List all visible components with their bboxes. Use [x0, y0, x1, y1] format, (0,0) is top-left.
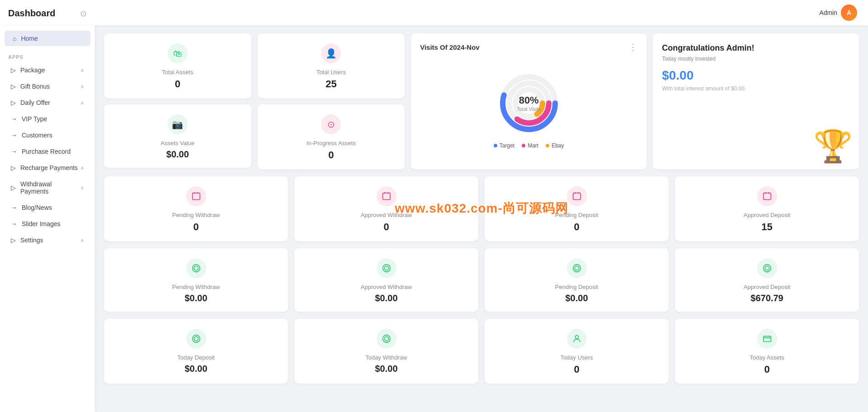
congrats-title: Congratulations Admin!: [662, 43, 850, 53]
sidebar-item-giftbonus[interactable]: ▷ Gift Bonus ∧: [3, 79, 92, 94]
apps-label: APPS: [0, 48, 95, 62]
approved-withdraw-count-value: 0: [383, 221, 389, 233]
ebay-label: Ebay: [552, 142, 564, 149]
total-users-icon: 👤: [321, 43, 341, 63]
svg-point-28: [382, 335, 390, 343]
approved-deposit-amount-card: Approved Deposit $670.79: [675, 248, 859, 312]
inprogress-assets-icon: ⊙: [321, 114, 341, 134]
sidebar-item-label: Settings: [20, 237, 43, 244]
today-deposit-icon: [186, 329, 206, 349]
pending-withdraw-amount-card: Pending Withdraw $0.00: [104, 248, 288, 312]
sidebar-item-withdrawalpayments[interactable]: ▷ Withdrawal Payments ∧: [3, 176, 92, 199]
gear-icon[interactable]: ⊙: [80, 9, 87, 19]
svg-point-21: [384, 266, 388, 270]
payments-count-row: Pending Withdraw 0 Approved Withdraw 0: [104, 176, 859, 241]
sidebar-item-label: Daily Offer: [20, 99, 50, 106]
legend-ebay: Ebay: [546, 142, 564, 149]
svg-rect-15: [763, 193, 771, 200]
pending-deposit-amount-icon: [567, 258, 587, 278]
pending-deposit-count-label: Pending Deposit: [555, 212, 598, 218]
donut-chart: 80% Total Visits: [495, 69, 563, 137]
package-arrow-icon: ▷: [11, 66, 16, 74]
svg-point-22: [573, 265, 580, 272]
today-users-icon: [567, 329, 587, 349]
approved-deposit-amount-label: Approved Deposit: [744, 284, 790, 290]
today-withdraw-label: Today Withdraw: [365, 354, 407, 361]
assets-value-value: $0.00: [166, 149, 189, 160]
chart-body: 80% Total Visits Target Mart: [420, 57, 637, 161]
inprogress-assets-value: 0: [328, 149, 334, 161]
top-row: 🛍 Total Assets 0 📷 Assets Value $0.00 👤 …: [104, 33, 859, 169]
svg-rect-6: [192, 193, 200, 200]
sidebar-item-home[interactable]: ⌂ Home: [5, 31, 90, 46]
today-withdraw-value: $0.00: [375, 364, 397, 374]
sidebar-item-label: Blog/News: [22, 204, 52, 211]
approved-deposit-count-card: Approved Deposit 15: [675, 176, 859, 241]
svg-point-25: [765, 266, 769, 270]
sidebar-item-label: Slider Images: [22, 220, 61, 227]
congrats-card: Congratulations Admin! Today mostly Inve…: [653, 33, 859, 169]
total-assets-card: 🛍 Total Assets 0: [104, 33, 251, 98]
svg-point-30: [575, 336, 578, 339]
target-dot: [494, 144, 497, 147]
dashboard-content: www.sk032.com-尚可源码网 🛍 Total Assets 0 📷 A…: [95, 25, 868, 392]
chart-more-icon[interactable]: ⋮: [628, 42, 637, 52]
chevron-up-icon: ∧: [80, 185, 84, 191]
pending-deposit-amount-value: $0.00: [565, 293, 588, 303]
inprogress-assets-label: In-Progress Assets: [307, 140, 356, 147]
pending-deposit-count-icon: [567, 186, 587, 206]
settings-arrow-icon: ▷: [11, 237, 16, 244]
home-label: Home: [21, 35, 38, 42]
svg-point-27: [194, 336, 198, 341]
target-label: Target: [500, 142, 514, 149]
ebay-dot: [546, 144, 549, 147]
approved-withdraw-amount-card: Approved Withdraw $0.00: [294, 248, 478, 312]
chart-title: Visits Of 2024-Nov: [420, 43, 479, 51]
svg-point-23: [575, 266, 579, 270]
sidebar-item-package[interactable]: ▷ Package ∧: [3, 62, 92, 78]
assets-value-label: Assets Value: [160, 140, 194, 147]
topbar: Admin A: [95, 0, 868, 25]
sidebar-header: Dashboard ⊙: [0, 0, 95, 25]
total-users-card: 👤 Total Users 25: [258, 33, 405, 98]
today-withdraw-icon: [377, 329, 396, 349]
pending-withdraw-amount-label: Pending Withdraw: [172, 284, 220, 290]
donut-sublabel: Total Visits: [517, 106, 540, 112]
today-assets-icon: [757, 329, 777, 349]
chevron-up-icon: ∧: [80, 165, 84, 171]
sidebar-item-customers[interactable]: → Customers: [3, 128, 92, 143]
svg-point-19: [194, 266, 198, 270]
today-deposit-card: Today Deposit $0.00: [104, 319, 288, 384]
svg-point-18: [192, 265, 200, 272]
sidebar-item-sliderimages[interactable]: → Slider Images: [3, 216, 92, 232]
customers-arrow-icon: →: [11, 132, 17, 139]
sidebar-item-rechargepayments[interactable]: ▷ Recharge Payments ∧: [3, 160, 92, 175]
donut-label: 80% Total Visits: [517, 95, 540, 112]
sidebar-item-purchaserecord[interactable]: → Purchase Record: [3, 144, 92, 159]
svg-rect-31: [763, 336, 771, 342]
donut-percentage: 80%: [517, 95, 540, 106]
pending-withdraw-count-icon: [186, 186, 206, 206]
user-menu[interactable]: Admin A: [819, 5, 857, 21]
pending-withdraw-amount-value: $0.00: [184, 293, 207, 303]
admin-username: Admin: [819, 9, 837, 16]
approved-deposit-amount-icon: [757, 258, 777, 278]
rechargepayments-arrow-icon: ▷: [11, 164, 16, 171]
approved-withdraw-amount-icon: [377, 258, 396, 278]
pending-withdraw-amount-icon: [186, 258, 206, 278]
sidebar-item-viptype[interactable]: → VIP Type: [3, 111, 92, 127]
dailyoffer-arrow-icon: ▷: [11, 99, 16, 106]
pending-deposit-amount-label: Pending Deposit: [555, 284, 598, 290]
total-assets-label: Total Assets: [162, 69, 193, 76]
sidebar-item-settings[interactable]: ▷ Settings ∧: [3, 232, 92, 248]
approved-withdraw-count-icon: [377, 186, 396, 206]
sidebar: Dashboard ⊙ ⌂ Home APPS ▷ Package ∧ ▷ Gi…: [0, 0, 95, 412]
sidebar-item-label: Withdrawal Payments: [20, 180, 80, 195]
pending-withdraw-count-value: 0: [193, 221, 198, 233]
pending-withdraw-count-card: Pending Withdraw 0: [104, 176, 288, 241]
sidebar-item-blognews[interactable]: → Blog/News: [3, 200, 92, 215]
pending-deposit-count-value: 0: [574, 221, 579, 233]
sidebar-item-dailyoffer[interactable]: ▷ Daily Offer ∧: [3, 95, 92, 110]
stats-col-2: 👤 Total Users 25 ⊙ In-Progress Assets 0: [258, 33, 405, 169]
pending-deposit-amount-card: Pending Deposit $0.00: [485, 248, 669, 312]
